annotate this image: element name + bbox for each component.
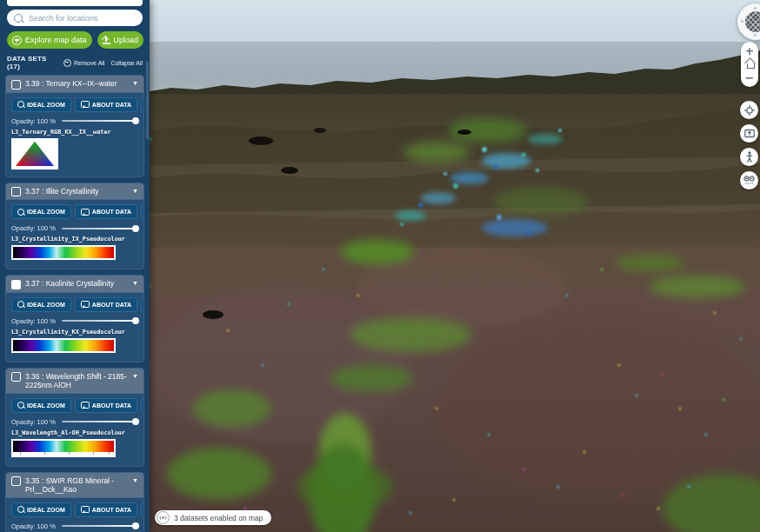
sidebar-scrollbar[interactable] <box>146 61 149 139</box>
pseudocolour-legend-thumbnail <box>11 245 116 260</box>
datasets-status-pill[interactable]: 3 datasets enabled on map <box>155 510 271 525</box>
frame-arrow-icon <box>744 129 755 138</box>
dataset-card-header[interactable]: 3.36 : Wavelength Shift - 2185-2225nm Al… <box>6 369 143 393</box>
card-menu-button[interactable]: ⋮ <box>141 204 144 219</box>
ideal-zoom-button[interactable]: IDEAL ZOOM <box>11 502 71 517</box>
dataset-checkbox[interactable] <box>11 280 21 289</box>
opacity-slider[interactable] <box>62 525 138 527</box>
magnifier-icon <box>17 209 24 216</box>
chevron-down-icon[interactable]: ▼ <box>132 187 138 196</box>
magnifier-icon <box>17 301 24 308</box>
kebab-icon: ⋮ <box>142 505 144 514</box>
dataset-card: 3.35 : SWIR RGB Mineral - Prl__Dck__Kao … <box>5 472 144 532</box>
ideal-zoom-button[interactable]: IDEAL ZOOM <box>11 97 71 112</box>
map-viewport[interactable]: + − <box>150 0 760 532</box>
circle-plus-icon <box>12 36 22 45</box>
terrain-3d-view <box>150 0 760 532</box>
search-input[interactable] <box>27 13 136 23</box>
opacity-slider[interactable] <box>62 421 138 422</box>
explore-map-data-button[interactable]: Explore map data <box>7 31 92 49</box>
dataset-card-body: IDEAL ZOOM ABOUT DATA ⋮ Opacity: 100 % <box>6 292 143 362</box>
home-view-button[interactable] <box>745 60 755 69</box>
about-data-button[interactable]: ABOUT DATA <box>75 502 137 517</box>
explore-label: Explore map data <box>25 36 87 44</box>
kebab-icon: ⋮ <box>142 300 144 309</box>
dataset-checkbox[interactable] <box>11 80 21 90</box>
chevron-down-icon[interactable]: ▼ <box>132 476 138 485</box>
chevron-down-icon[interactable]: ▼ <box>132 79 138 88</box>
upload-label: Upload <box>114 36 139 44</box>
card-menu-button[interactable]: ⋮ <box>141 502 144 517</box>
card-menu-button[interactable]: ⋮ <box>141 97 144 112</box>
comment-icon <box>81 101 90 108</box>
ideal-zoom-button[interactable]: IDEAL ZOOM <box>11 297 71 312</box>
dataset-card: 3.36 : Wavelength Shift - 2185-2225nm Al… <box>5 368 144 467</box>
datasets-header: DATA SETS (17) Remove All Collapse All <box>7 55 143 70</box>
dataset-title: 3.35 : SWIR RGB Mineral - Prl__Dck__Kao <box>25 476 128 495</box>
split-view-button[interactable] <box>740 171 758 190</box>
collapse-all-button[interactable]: Collapse All <box>110 60 143 66</box>
slider-knob[interactable] <box>132 522 139 529</box>
compare-layers-icon <box>743 176 755 185</box>
person-icon <box>745 151 754 163</box>
dataset-checkbox[interactable] <box>11 372 21 382</box>
opacity-slider[interactable] <box>62 228 138 229</box>
about-data-button[interactable]: ABOUT DATA <box>75 398 137 413</box>
dataset-card: 3.37 : Kaolinite Crystallinity ▼ IDEAL Z… <box>5 275 144 362</box>
zoom-out-button[interactable]: − <box>745 73 755 83</box>
dataset-title: 3.37 : Kaolinite Crystallinity <box>25 279 128 289</box>
opacity-label: Opacity: 100 % <box>11 224 56 232</box>
about-data-button[interactable]: ABOUT DATA <box>75 297 137 312</box>
about-data-button[interactable]: ABOUT DATA <box>75 97 137 112</box>
kebab-icon: ⋮ <box>142 208 144 216</box>
ideal-zoom-button[interactable]: IDEAL ZOOM <box>11 204 71 219</box>
slider-knob[interactable] <box>132 317 139 324</box>
opacity-slider[interactable] <box>62 320 138 322</box>
upload-button[interactable]: Upload <box>97 31 144 49</box>
dataset-card-header[interactable]: 3.37 : Illite Crystallinity ▼ <box>6 183 143 200</box>
dataset-title: 3.37 : Illite Crystallinity <box>25 187 128 196</box>
sidebar-actions: Explore map data Upload <box>7 31 143 49</box>
slider-knob[interactable] <box>132 117 139 124</box>
opacity-label: Opacity: 100 % <box>11 317 56 325</box>
slider-knob[interactable] <box>132 225 139 232</box>
circle-minus-icon <box>63 59 71 67</box>
about-data-button[interactable]: ABOUT DATA <box>75 204 137 219</box>
opacity-slider[interactable] <box>62 120 138 122</box>
pseudocolour-legend-thumbnail <box>11 338 116 353</box>
dataset-card-header[interactable]: 3.39 : Ternary KX--IX--water ▼ <box>6 76 143 92</box>
datasets-count-title: DATA SETS (17) <box>7 55 57 70</box>
crosshair-icon <box>744 105 755 116</box>
opacity-label: Opacity: 100 % <box>11 522 56 530</box>
chevron-down-icon[interactable]: ▼ <box>132 372 138 381</box>
chevron-down-icon[interactable]: ▼ <box>132 279 138 288</box>
sidebar: Explore map data Upload DATA SETS (17) R… <box>0 0 150 532</box>
zoom-controls: + − <box>741 42 758 87</box>
dataset-title: 3.36 : Wavelength Shift - 2185-2225nm Al… <box>25 372 128 390</box>
dataset-card-header[interactable]: 3.37 : Kaolinite Crystallinity ▼ <box>6 276 143 292</box>
pseudocolour-legend-thumbnail <box>11 439 116 457</box>
dataset-card-body: IDEAL ZOOM ABOUT DATA ⋮ Opacity: 100 % <box>6 497 143 532</box>
dataset-checkbox[interactable] <box>11 187 21 196</box>
geolocate-button[interactable] <box>740 101 758 119</box>
dataset-checkbox[interactable] <box>11 476 21 486</box>
fullscreen-button[interactable] <box>740 124 758 143</box>
ternary-legend-thumbnail <box>11 138 58 170</box>
kebab-icon: ⋮ <box>142 100 144 109</box>
location-search[interactable] <box>7 10 143 26</box>
dataset-list: 3.39 : Ternary KX--IX--water ▼ IDEAL ZOO… <box>0 75 150 532</box>
kebab-icon: ⋮ <box>142 401 144 409</box>
ideal-zoom-button[interactable]: IDEAL ZOOM <box>11 398 71 413</box>
remove-all-button[interactable]: Remove All <box>63 59 104 67</box>
dataset-card-body: IDEAL ZOOM ABOUT DATA ⋮ Opacity: 100 % <box>6 92 143 176</box>
dataset-card-header[interactable]: 3.35 : SWIR RGB Mineral - Prl__Dck__Kao … <box>6 473 143 497</box>
dataset-title: 3.39 : Ternary KX--IX--water <box>25 79 128 89</box>
dataset-card-body: IDEAL ZOOM ABOUT DATA ⋮ Opacity: 100 % <box>6 199 143 269</box>
card-menu-button[interactable]: ⋮ <box>141 398 144 413</box>
pedestrian-view-button[interactable] <box>740 148 758 166</box>
slider-knob[interactable] <box>132 418 139 425</box>
dataset-card: 3.39 : Ternary KX--IX--water ▼ IDEAL ZOO… <box>5 75 144 177</box>
zoom-in-button[interactable]: + <box>745 46 755 56</box>
comment-icon <box>81 506 90 513</box>
card-menu-button[interactable]: ⋮ <box>141 297 144 312</box>
